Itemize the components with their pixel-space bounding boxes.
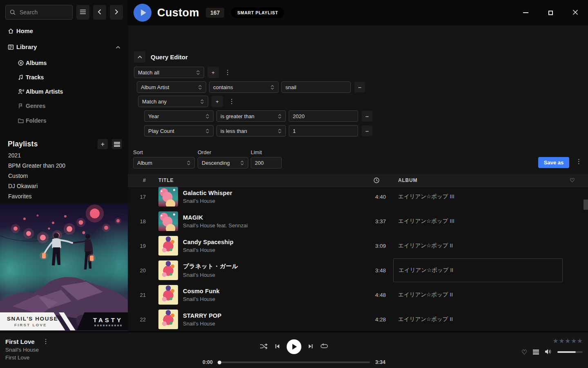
add-rule-button[interactable]: + [207, 67, 219, 78]
maximize-button[interactable] [544, 7, 557, 19]
track-album-cell[interactable]: エイリアン☆ポップ III [393, 187, 563, 209]
seek-slider[interactable] [218, 361, 370, 363]
seek-handle[interactable] [218, 361, 221, 364]
playlist-item[interactable]: Custom [8, 173, 28, 181]
track-artist: Snail's House [183, 296, 338, 302]
track-row[interactable]: 21 Cosmo Funk Snail's House 4:48 エイリアン☆ポ… [128, 283, 588, 307]
sidebar-item-tracks[interactable]: Tracks [0, 72, 128, 82]
close-button[interactable] [569, 7, 581, 19]
volume-button[interactable] [545, 349, 552, 356]
library-icon [7, 44, 14, 50]
sidebar-item-genres[interactable]: Genres [0, 101, 128, 111]
query-rule-1: Album Artist contains − [137, 81, 365, 93]
playlist-item[interactable]: 2021 [8, 152, 21, 160]
track-album-cell[interactable]: エイリアン☆ポップ II [393, 307, 563, 331]
playlist-item[interactable]: Favorites [8, 193, 32, 201]
rule-value-input[interactable] [289, 110, 358, 122]
sort-select[interactable]: Album [133, 157, 195, 168]
favorite-heart-icon[interactable]: ♡ [570, 177, 575, 184]
add-rule-button[interactable]: + [212, 96, 223, 107]
save-as-button[interactable]: Save as [538, 157, 569, 168]
rule-field-select[interactable]: Album Artist [137, 81, 206, 93]
scrollbar-thumb[interactable] [584, 200, 588, 210]
star-icon[interactable]: ★ [565, 337, 570, 345]
track-artist: Snail's House feat. Sennzai [183, 222, 338, 229]
track-row[interactable]: 17 Galactic Whisper Snail's House 4:40 エ… [128, 187, 588, 209]
play-playlist-button[interactable] [134, 4, 151, 22]
track-cover-art [158, 310, 178, 329]
duration-clock-icon[interactable] [373, 177, 380, 185]
select-value: Year [148, 113, 159, 119]
play-pause-button[interactable] [287, 339, 301, 354]
now-playing-options-button[interactable]: ⋮ [40, 338, 51, 345]
star-icon[interactable]: ★ [571, 337, 577, 345]
track-row[interactable]: 22 STARRY POP Snail's House 4:28 エイリアン☆ポ… [128, 307, 588, 331]
track-row[interactable]: 18 MAGIK Snail's House feat. Sennzai 3:3… [128, 209, 588, 233]
sidebar-item-library[interactable]: Library [0, 42, 128, 52]
nav-forward-button[interactable] [110, 5, 123, 20]
updown-arrows-icon [196, 70, 200, 75]
next-track-button[interactable] [308, 343, 314, 350]
add-playlist-button[interactable]: + [98, 139, 108, 149]
remove-rule-button[interactable]: − [362, 126, 372, 136]
music-app-window: Home Library Albums Tracks [0, 0, 588, 368]
chevron-up-icon [137, 54, 143, 60]
remove-rule-button[interactable]: − [362, 111, 372, 121]
updown-arrows-icon [278, 114, 282, 119]
sidebar-item-folders[interactable]: Folders [0, 116, 128, 126]
column-album[interactable]: ALBUM [398, 177, 417, 183]
star-icon[interactable]: ★ [559, 337, 564, 345]
save-options-button[interactable]: ⋮ [573, 158, 584, 165]
sidebar-item-home[interactable]: Home [0, 26, 128, 36]
remove-rule-button[interactable]: − [354, 82, 365, 92]
nav-back-button[interactable] [93, 5, 106, 20]
group-options-button[interactable]: ⋮ [226, 98, 237, 105]
volume-slider[interactable] [557, 351, 583, 353]
playlist-item[interactable]: BPM Greater than 200 [8, 162, 65, 171]
star-icon[interactable]: ★ [552, 337, 558, 345]
track-album-cell-focused[interactable]: エイリアン☆ポップ II [393, 258, 563, 282]
select-value: contains [213, 84, 233, 90]
now-playing-title: First Love [5, 338, 35, 345]
rule-operator-select[interactable]: is greater than [216, 110, 286, 122]
shuffle-button[interactable] [260, 343, 268, 351]
query-rule-2: Year is greater than − [144, 110, 372, 122]
search-box [5, 5, 73, 20]
rule-value-input[interactable] [289, 125, 358, 137]
repeat-button[interactable] [320, 343, 328, 350]
now-playing-album: First Love [5, 355, 51, 361]
queue-button[interactable] [533, 350, 539, 355]
track-album-cell[interactable]: エイリアン☆ポップ II [393, 234, 563, 258]
playlist-options-button[interactable] [112, 139, 122, 149]
menu-button[interactable] [76, 5, 89, 20]
favorite-button[interactable]: ♡ [521, 348, 527, 356]
collapse-query-editor-button[interactable] [134, 51, 145, 63]
previous-track-button[interactable] [274, 343, 280, 350]
rule-value-input[interactable] [281, 81, 351, 93]
track-row[interactable]: 19 Candy Spaceship Snail's House 3:09 エイ… [128, 233, 588, 258]
match-mode-select[interactable]: Match all [134, 67, 204, 78]
track-album-cell[interactable]: エイリアン☆ポップ III [393, 209, 563, 233]
rule-operator-select[interactable]: contains [209, 81, 278, 93]
rule-operator-select[interactable]: is less than [216, 125, 286, 137]
track-album-cell[interactable]: エイリアン☆ポップ II [393, 283, 563, 307]
limit-input[interactable] [251, 157, 282, 168]
sidebar-item-label: Genres [26, 103, 45, 109]
column-number[interactable]: # [128, 177, 146, 183]
sidebar-item-album-artists[interactable]: Album Artists [0, 87, 128, 96]
minimize-button[interactable] [519, 7, 532, 19]
now-playing-artist: Snail's House [5, 347, 51, 353]
track-row[interactable]: 20 プラネット・ガール Snail's House 3:48 エイリアン☆ポッ… [128, 258, 588, 283]
order-select[interactable]: Descending [198, 157, 248, 168]
sidebar-item-albums[interactable]: Albums [0, 58, 128, 68]
star-icon[interactable]: ★ [577, 337, 583, 345]
collapse-chevron-icon[interactable] [116, 43, 120, 51]
flag-icon [17, 103, 24, 109]
playlist-item[interactable]: DJ Okawari [8, 183, 38, 191]
match-mode-select[interactable]: Match any [138, 96, 208, 107]
now-playing-artwork[interactable]: TASTY SNAIL'S HOUSE FIRST LOVE [0, 203, 128, 331]
rule-field-select[interactable]: Play Count [144, 125, 214, 137]
column-title[interactable]: TITLE [158, 177, 174, 183]
group-options-button[interactable]: ⋮ [222, 69, 233, 76]
rule-field-select[interactable]: Year [144, 110, 214, 122]
